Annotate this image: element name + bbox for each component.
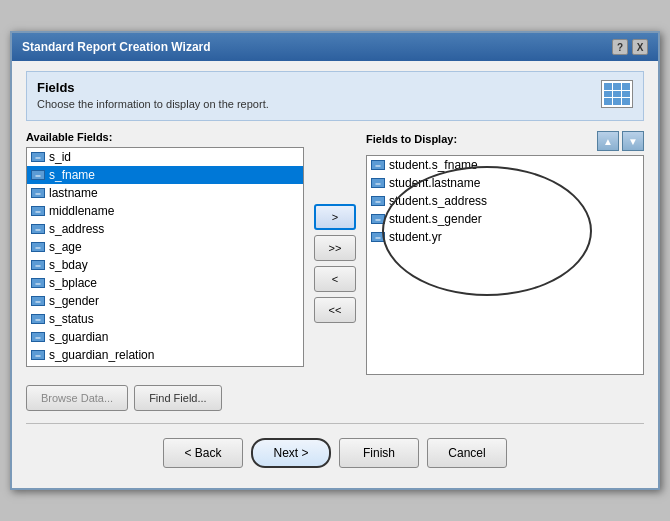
field-icon: ═ [371,160,385,170]
display-fields-label: Fields to Display: [366,133,457,145]
field-icon: ═ [31,224,45,234]
transfer-buttons: > >> < << [304,151,366,375]
list-item[interactable]: ═ middlename [27,202,303,220]
field-icon: ═ [31,152,45,162]
field-icon: ═ [31,350,45,360]
field-icon: ═ [371,178,385,188]
sort-down-button[interactable]: ▼ [622,131,644,151]
field-icon: ═ [31,260,45,270]
grid-icon [601,80,633,108]
footer-buttons: < Back Next > Finish Cancel [26,432,644,478]
field-icon: ═ [31,188,45,198]
help-button[interactable]: ? [612,39,628,55]
list-item[interactable]: ═ s_fname [27,166,303,184]
list-item[interactable]: ═ student.s_gender [367,210,643,228]
remove-all-button[interactable]: << [314,297,356,323]
list-item[interactable]: ═ s_guardian_relation [27,346,303,364]
section-text: Fields Choose the information to display… [37,80,269,110]
next-button[interactable]: Next > [251,438,331,468]
browse-data-button[interactable]: Browse Data... [26,385,128,411]
list-item[interactable]: ═ s_id [27,148,303,166]
add-one-button[interactable]: > [314,204,356,230]
list-item[interactable]: ═ s_gender [27,292,303,310]
back-button[interactable]: < Back [163,438,243,468]
available-fields-label: Available Fields: [26,131,304,143]
list-item[interactable]: ═ student.s_fname [367,156,643,174]
field-icon: ═ [31,242,45,252]
close-button[interactable]: X [632,39,648,55]
field-icon: ═ [31,332,45,342]
title-bar-buttons: ? X [612,39,648,55]
list-item[interactable]: ═ s_status [27,310,303,328]
sort-buttons: ▲ ▼ [597,131,644,151]
field-icon: ═ [371,214,385,224]
list-item[interactable]: ═ s_guardian_add [27,364,303,367]
sort-up-button[interactable]: ▲ [597,131,619,151]
find-field-button[interactable]: Find Field... [134,385,221,411]
available-fields-panel: Available Fields: ═ s_id ═ s_fname ═ las… [26,131,304,375]
display-fields-listbox[interactable]: ═ student.s_fname ═ student.lastname ═ s… [366,155,644,375]
remove-one-button[interactable]: < [314,266,356,292]
dialog-body: Fields Choose the information to display… [12,61,658,488]
finish-button[interactable]: Finish [339,438,419,468]
list-item[interactable]: ═ student.s_address [367,192,643,210]
field-icon: ═ [31,296,45,306]
list-item[interactable]: ═ s_bplace [27,274,303,292]
field-icon: ═ [31,206,45,216]
list-item[interactable]: ═ student.yr [367,228,643,246]
list-item[interactable]: ═ lastname [27,184,303,202]
bottom-buttons: Browse Data... Find Field... [26,385,644,411]
add-all-button[interactable]: >> [314,235,356,261]
section-header: Fields Choose the information to display… [26,71,644,121]
field-icon: ═ [371,196,385,206]
dialog-title: Standard Report Creation Wizard [22,40,211,54]
list-item[interactable]: ═ s_address [27,220,303,238]
list-item[interactable]: ═ s_age [27,238,303,256]
divider [26,423,644,424]
list-item[interactable]: ═ s_guardian [27,328,303,346]
cancel-button[interactable]: Cancel [427,438,507,468]
field-icon: ═ [31,278,45,288]
display-fields-header: Fields to Display: ▲ ▼ [366,131,644,151]
field-icon: ═ [31,314,45,324]
fields-area: Available Fields: ═ s_id ═ s_fname ═ las… [26,131,644,375]
display-fields-panel: Fields to Display: ▲ ▼ ═ student.s_fname… [366,131,644,375]
title-bar: Standard Report Creation Wizard ? X [12,33,658,61]
field-icon: ═ [371,232,385,242]
list-item[interactable]: ═ student.lastname [367,174,643,192]
available-fields-listbox[interactable]: ═ s_id ═ s_fname ═ lastname ═ middlename [26,147,304,367]
wizard-dialog: Standard Report Creation Wizard ? X Fiel… [10,31,660,490]
section-title: Fields [37,80,269,95]
section-description: Choose the information to display on the… [37,98,269,110]
field-icon: ═ [31,170,45,180]
list-item[interactable]: ═ s_bday [27,256,303,274]
